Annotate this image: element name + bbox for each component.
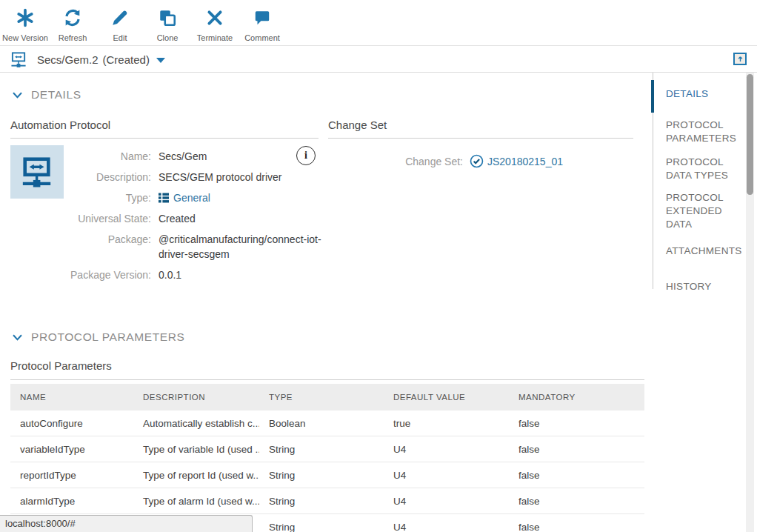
cell-description: Type of variable Id (used ... [133,444,259,455]
protocol-parameters-section-title: PROTOCOL PARAMETERS [31,330,184,344]
description-value: SECS/GEM protocol driver [159,170,335,184]
new-version-icon [16,8,35,30]
cell-description: Type of alarm Id (used w... [133,496,259,507]
cell-name: alarmIdType [10,496,133,507]
cell-name: autoConfigure [10,418,133,429]
entity-header-bar: Secs/Gem.2 (Created) [0,47,757,73]
cell-default-value: U4 [384,470,509,481]
table-row[interactable]: variableIdType Type of variable Id (used… [10,436,644,462]
table-row[interactable]: alarmIdType Type of alarm Id (used w... … [10,488,644,514]
new-version-label: New Version [2,33,48,42]
automation-protocol-icon [10,51,27,68]
name-label: Name: [64,149,151,164]
cell-description: Type of report Id (used w... [133,470,259,481]
edit-label: Edit [113,33,127,42]
cell-default-value: U4 [384,522,509,532]
info-button[interactable]: i [296,146,316,165]
terminate-button[interactable]: Terminate [191,0,239,45]
terminate-icon [205,8,224,30]
arrow-up-icon [736,55,744,63]
entity-name: Secs/Gem.2 [37,53,99,66]
refresh-button[interactable]: Refresh [49,0,96,45]
chevron-down-icon [12,91,23,99]
table-row[interactable]: reportIdType Type of report Id (used w..… [10,462,644,488]
details-section-header[interactable]: DETAILS [12,88,81,102]
col-header-description: DESCRIPTION [133,393,259,402]
cell-default-value: true [384,418,509,429]
nav-item-protocol-data-types[interactable]: PROTOCOL DATA TYPES [653,156,745,182]
parameters-table: NAME DESCRIPTION TYPE DEFAULT VALUE MAND… [10,384,644,532]
cell-default-value: U4 [384,496,509,507]
col-header-mandatory: MANDATORY [509,393,644,402]
change-set-check-icon [470,154,484,168]
cell-type: Boolean [259,418,384,429]
table-header-row: NAME DESCRIPTION TYPE DEFAULT VALUE MAND… [10,384,644,410]
comment-button[interactable]: Comment [239,0,286,45]
cell-mandatory: false [509,418,644,429]
change-set-title: Change Set [328,119,633,139]
cell-type: String [259,470,384,481]
entity-state: (Created) [103,53,150,66]
nav-item-details[interactable]: DETAILS [653,87,745,101]
universal-state-label: Universal State: [64,211,151,226]
entity-menu-caret-icon[interactable] [156,58,165,63]
info-icon: i [304,150,307,162]
new-version-button[interactable]: New Version [1,0,49,45]
edit-button[interactable]: Edit [96,0,144,45]
cell-name: variableIdType [10,444,133,455]
details-section-title: DETAILS [31,88,81,102]
automation-protocol-title: Automation Protocol [10,119,319,139]
list-icon [159,193,169,203]
nav-item-protocol-extended-data[interactable]: PROTOCOL EXTENDED DATA [653,191,745,231]
toolbar: New Version Refresh Edit Clone Terminate… [0,0,757,46]
cell-mandatory: false [509,470,644,481]
package-value: @criticalmanufacturing/connect-iot-drive… [159,232,335,262]
universal-state-value: Created [159,211,335,226]
type-value: General [173,190,210,205]
cell-name: reportIdType [10,470,133,481]
description-label: Description: [64,170,151,184]
protocol-parameters-section-header[interactable]: PROTOCOL PARAMETERS [12,330,184,344]
clone-label: Clone [157,33,179,42]
cell-description: Automatically establish c... [133,418,259,429]
cell-type: String [259,444,384,455]
package-label: Package: [64,232,151,262]
cell-mandatory: false [509,444,644,455]
change-set-label: Change Set: [328,156,463,167]
cell-mandatory: false [509,496,644,507]
change-set-link[interactable]: JS20180215_01 [487,156,563,167]
comment-label: Comment [244,33,280,42]
cell-type: String [259,522,384,532]
terminate-label: Terminate [197,33,233,42]
col-header-name: NAME [10,393,133,402]
nav-item-history[interactable]: HISTORY [653,280,745,293]
change-set-panel: Change Set Change Set: JS20180215_01 [328,119,633,168]
section-nav: DETAILS PROTOCOL PARAMETERS PROTOCOL DAT… [653,73,745,289]
automation-protocol-fields: Name: Secs/Gem Description: SECS/GEM pro… [64,149,335,282]
cell-type: String [259,496,384,507]
edit-icon [110,8,130,30]
entity-image [10,145,64,199]
type-label: Type: [64,190,151,205]
package-version-label: Package Version: [64,267,151,282]
nav-item-attachments[interactable]: ATTACHMENTS [653,245,745,258]
clone-icon [158,8,177,30]
refresh-label: Refresh [59,33,87,42]
package-version-value: 0.0.1 [159,267,335,282]
cell-default-value: U4 [384,444,509,455]
clone-button[interactable]: Clone [144,0,191,45]
chevron-down-icon [12,333,23,342]
automation-protocol-panel: Automation Protocol [10,119,319,139]
table-row[interactable]: autoConfigure Automatically establish c.… [10,410,644,436]
col-header-default-value: DEFAULT VALUE [384,393,509,402]
parameters-table-title: Protocol Parameters [10,359,644,380]
comment-icon [253,8,272,30]
type-value-link[interactable]: General [159,190,335,205]
browser-status-tooltip: localhost:8000/# [0,515,253,532]
scrollbar-thumb[interactable] [747,74,753,195]
cell-mandatory: false [509,522,644,532]
col-header-type: TYPE [259,393,384,402]
nav-item-protocol-parameters[interactable]: PROTOCOL PARAMETERS [653,119,745,145]
automation-protocol-large-icon [20,155,54,189]
collapse-panel-button[interactable] [733,53,747,65]
